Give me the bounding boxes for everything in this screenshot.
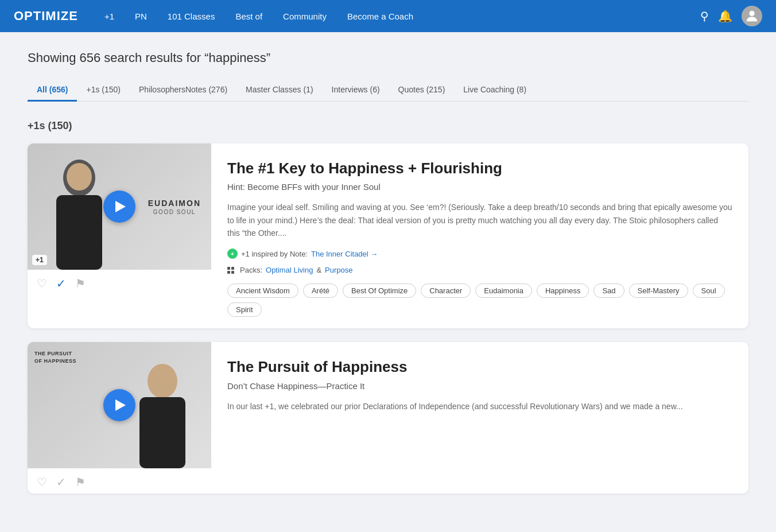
tab-live-coaching[interactable]: Live Coaching (8) (454, 79, 536, 102)
like-icon-2[interactable]: ♡ (37, 475, 47, 489)
thumbnail-title-2: THE PURSUITOF HAPPINESS (34, 350, 76, 364)
card-note-1: + +1 inspired by Note: The Inner Citadel… (227, 248, 732, 259)
tab-all[interactable]: All (656) (28, 79, 77, 102)
note-link-1[interactable]: The Inner Citadel → (311, 250, 378, 258)
nav-community[interactable]: Community (275, 7, 335, 26)
navigation: OPTIMIZE +1 PN 101 Classes Best of Commu… (0, 0, 776, 32)
tag-soul[interactable]: Soul (693, 284, 725, 298)
card-subtitle-2: Don’t Chase Happiness—Practice It (227, 381, 732, 391)
pack-link-purpose[interactable]: Purpose (325, 266, 352, 274)
svg-rect-2 (56, 195, 102, 270)
nav-right: ⚲ 🔔 (700, 6, 762, 26)
tag-character[interactable]: Character (421, 284, 471, 298)
card-thumbnail-1[interactable]: EUDAIMON GOOD SOUL +1 (28, 143, 211, 270)
section-title: +1s (150) (28, 120, 748, 132)
tags-container-1: Ancient Wisdom Arété Best Of Optimize Ch… (227, 284, 732, 317)
tag-eudaimonia[interactable]: Eudaimonia (475, 284, 532, 298)
svg-point-6 (150, 367, 174, 393)
like-icon-1[interactable]: ♡ (37, 277, 47, 290)
svg-point-0 (749, 11, 754, 16)
tab-philosophers-notes[interactable]: PhilosophersNotes (276) (130, 79, 236, 102)
tag-sad[interactable]: Sad (593, 284, 624, 298)
tab-quotes[interactable]: Quotes (215) (389, 79, 455, 102)
search-heading: Showing 656 search results for “happines… (28, 51, 748, 65)
pack-link-optimal[interactable]: Optimal Living (266, 266, 313, 274)
logo[interactable]: OPTIMIZE (14, 9, 78, 24)
note-plus-icon-1: + (227, 248, 238, 259)
thumbnail-subtitle-1: GOOD SOUL (148, 209, 201, 215)
packs-separator-1: & (316, 266, 321, 274)
card-content-2: The Pursuit of Happiness Don’t Chase Hap… (211, 342, 748, 494)
user-avatar[interactable] (742, 6, 762, 26)
packs-label-1: Packs: (240, 266, 262, 274)
tag-best-of-optimize[interactable]: Best Of Optimize (343, 284, 416, 298)
notification-icon[interactable]: 🔔 (718, 9, 732, 23)
main-content: Showing 656 search results for “happines… (0, 32, 776, 526)
nav-items: +1 PN 101 Classes Best of Community Beco… (96, 7, 700, 26)
bookmark-icon-2[interactable]: ⚑ (75, 475, 86, 489)
card-subtitle-1: Hint: Become BFFs with your Inner Soul (227, 182, 732, 192)
plus-one-badge-1: +1 (32, 255, 47, 265)
search-icon[interactable]: ⚲ (700, 9, 709, 23)
nav-101-classes[interactable]: 101 Classes (160, 7, 223, 26)
card-title-2: The Pursuit of Happiness (227, 358, 732, 376)
check-icon-1[interactable]: ✓ (56, 277, 66, 290)
tag-happiness[interactable]: Happiness (537, 284, 589, 298)
thumbnail-title-1: EUDAIMON (148, 199, 201, 208)
card-excerpt-2: In our last +1, we celebrated our prior … (227, 400, 732, 413)
tag-ancient-wisdom[interactable]: Ancient Wisdom (227, 284, 298, 298)
card-actions-2: ♡ ✓ ⚑ (28, 468, 211, 494)
filter-tabs: All (656) +1s (150) PhilosophersNotes (2… (28, 79, 748, 102)
nav-best-of[interactable]: Best of (227, 7, 270, 26)
note-text-1: +1 inspired by Note: (241, 250, 308, 258)
card-thumbnail-2[interactable]: THE PURSUITOF HAPPINESS (28, 342, 211, 468)
tag-self-mastery[interactable]: Self-Mastery (629, 284, 688, 298)
svg-point-3 (67, 163, 92, 191)
check-icon-2[interactable]: ✓ (56, 475, 66, 489)
bookmark-icon-1[interactable]: ⚑ (75, 277, 86, 290)
tab-plus-ones[interactable]: +1s (150) (77, 79, 130, 102)
result-card-2: THE PURSUITOF HAPPINESS ♡ ✓ (28, 342, 748, 494)
card-title-1: The #1 Key to Happiness + Flourishing (227, 160, 732, 177)
tag-spirit[interactable]: Spirit (227, 302, 262, 317)
card-excerpt-1: Imagine your ideal self. Smiling and wav… (227, 201, 732, 239)
result-card-1: EUDAIMON GOOD SOUL +1 ♡ ✓ ⚑ The #1 Key t… (28, 143, 748, 328)
card-actions-1: ♡ ✓ ⚑ (28, 270, 211, 295)
card-packs-1: Packs: Optimal Living & Purpose (227, 266, 732, 274)
nav-plus-one[interactable]: +1 (96, 7, 122, 26)
play-button-2[interactable] (103, 389, 135, 421)
card-content-1: The #1 Key to Happiness + Flourishing Hi… (211, 143, 748, 328)
nav-become-coach[interactable]: Become a Coach (339, 7, 421, 26)
nav-pn[interactable]: PN (127, 7, 155, 26)
play-button-1[interactable] (103, 191, 135, 223)
packs-icon-1 (227, 267, 234, 274)
svg-rect-5 (139, 397, 185, 468)
tag-arete[interactable]: Arété (303, 284, 338, 298)
tab-master-classes[interactable]: Master Classes (1) (236, 79, 322, 102)
tab-interviews[interactable]: Interviews (6) (323, 79, 389, 102)
